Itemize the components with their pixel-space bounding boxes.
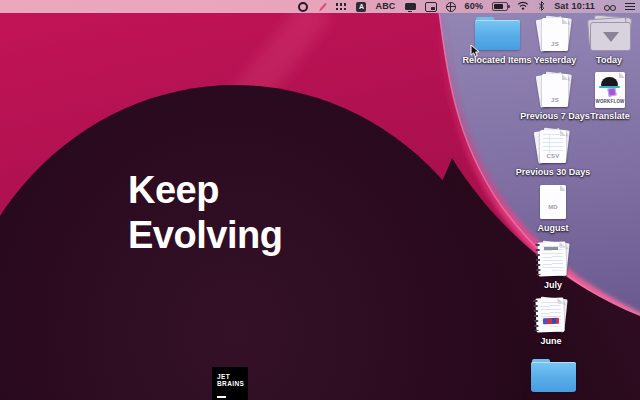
battery-percent: 60% <box>465 0 484 13</box>
jetbrains-logo: JETBRAINS <box>212 367 248 400</box>
lines-icon[interactable] <box>625 3 635 10</box>
headline-line2: Evolving <box>128 213 282 258</box>
file-type-badge: CSV <box>540 153 566 159</box>
desktop-icon-previous-30-days[interactable]: CSV Previous 30 Days <box>518 128 588 177</box>
workflow-badge: WORKFLOW <box>593 99 627 104</box>
bluetooth-icon[interactable] <box>538 1 545 13</box>
pen-icon[interactable] <box>317 2 327 12</box>
spreadsheet-stack-icon: CSV <box>533 128 573 165</box>
desktop-icon-august[interactable]: MD August <box>518 184 588 233</box>
desktop-icon-today[interactable]: Today <box>574 16 640 65</box>
menu-bar: A ABC 60% Sat 10:11 <box>0 0 640 13</box>
desktop-icon-label: Translate <box>590 111 630 121</box>
desktop-icon-label: Previous 30 Days <box>516 167 591 177</box>
record-dot-icon[interactable] <box>298 2 308 12</box>
globe-icon[interactable] <box>446 2 456 12</box>
stats-grid-icon[interactable] <box>336 3 347 10</box>
display-icon[interactable] <box>405 3 416 10</box>
image-stack-icon <box>586 16 632 53</box>
wifi-icon[interactable] <box>517 1 529 12</box>
document-icon: MD <box>538 184 568 221</box>
folder-icon <box>531 358 576 395</box>
battery-icon[interactable] <box>492 2 508 11</box>
mouse-cursor <box>470 44 482 62</box>
menu-bar-clock[interactable]: Sat 10:11 <box>554 0 595 13</box>
file-type-badge: MD <box>540 204 566 210</box>
dots-icon[interactable] <box>604 4 616 10</box>
window-icon[interactable] <box>425 2 437 12</box>
automator-workflow-icon: WORKFLOW <box>593 72 627 109</box>
down-triangle-icon <box>603 32 619 42</box>
desktop-icon-label: August <box>538 223 569 233</box>
input-source-label[interactable]: ABC <box>375 0 395 13</box>
desktop-icon-label: June <box>540 336 561 346</box>
wallpaper-headline: Keep Evolving <box>128 168 282 258</box>
desktop-icon-label: Yesterday <box>534 55 577 65</box>
file-type-badge: JS <box>542 97 568 103</box>
logo-underscore <box>217 396 226 399</box>
cube-icon <box>607 87 616 96</box>
colorful-logo-mark <box>543 318 559 325</box>
desktop-icon-label: Today <box>596 55 622 65</box>
desktop-icon-translate[interactable]: WORKFLOW Translate <box>575 72 640 121</box>
spiral-notebook-icon <box>531 297 571 334</box>
spiral-notebook-icon <box>533 241 573 278</box>
desktop-icon-july[interactable]: July <box>518 241 588 290</box>
logo-text-bottom: BRAINS <box>217 380 244 387</box>
macos-desktop: A ABC 60% Sat 10:11 Keep Evolving JETBRA… <box>0 0 640 400</box>
document-stack-icon: JS <box>535 72 575 109</box>
desktop-icon-june[interactable]: June <box>516 297 586 346</box>
logo-text-top: JET <box>217 373 230 380</box>
file-type-badge: JS <box>542 41 568 47</box>
desktop-icon-label: July <box>544 280 562 290</box>
input-source-a-icon[interactable]: A <box>356 2 366 12</box>
desktop-icon-folder-bottom[interactable] <box>518 358 588 395</box>
document-stack-icon: JS <box>535 16 575 53</box>
headline-line1: Keep <box>128 168 282 213</box>
robot-hat-icon <box>601 77 618 86</box>
